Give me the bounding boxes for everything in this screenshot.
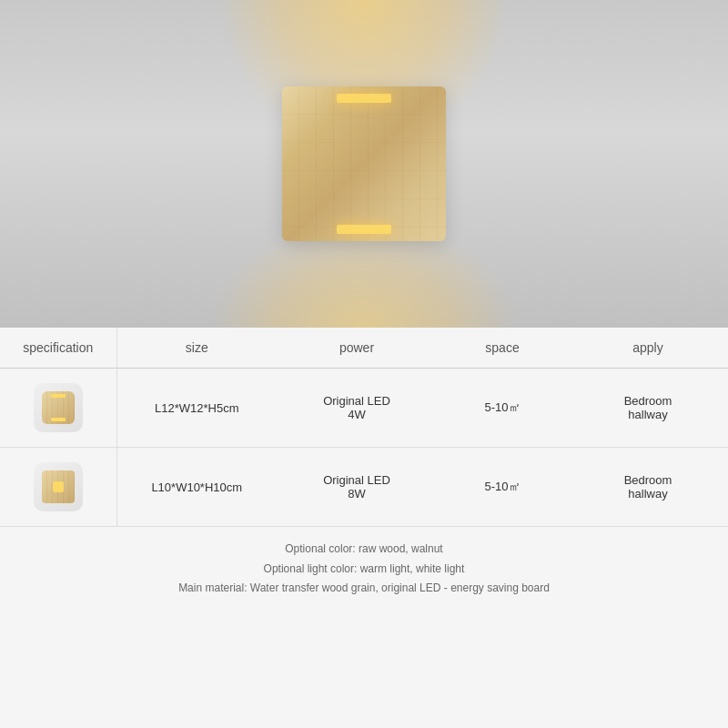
row1-apply-line1: Bedroom bbox=[624, 394, 672, 408]
footer-line2: Optional light color: warm light, white … bbox=[18, 560, 710, 580]
row1-size: L12*W12*H5cm bbox=[116, 369, 277, 448]
header-power: power bbox=[277, 328, 437, 369]
row2-power: Original LED 8W bbox=[277, 448, 437, 527]
row1-power-line2: 4W bbox=[348, 408, 366, 421]
row2-apply-line2: hallway bbox=[628, 487, 667, 500]
row2-apply-line1: Bedroom bbox=[624, 473, 672, 487]
row2-size: L10*W10*H10cm bbox=[116, 448, 277, 527]
lamp-light-slot-bottom bbox=[337, 225, 391, 234]
row2-power-line2: 8W bbox=[348, 487, 366, 500]
header-size: size bbox=[116, 328, 277, 369]
row2-power-line1: Original LED bbox=[323, 473, 390, 487]
table-header-row: specification size power space apply bbox=[0, 328, 728, 369]
mini-slot-bottom-1 bbox=[51, 418, 66, 421]
footer-notes: Optional color: raw wood, walnut Optiona… bbox=[0, 527, 728, 608]
mini-lamp-1-inner bbox=[42, 391, 75, 424]
header-space: space bbox=[437, 328, 568, 369]
lamp-light-slot-top bbox=[337, 94, 391, 103]
mini-slot-top-1 bbox=[51, 394, 66, 398]
row1-apply-line2: hallway bbox=[628, 408, 667, 421]
info-section: specification size power space apply bbox=[0, 328, 728, 728]
row2-apply: Bedroom hallway bbox=[568, 448, 728, 527]
specification-table: specification size power space apply bbox=[0, 328, 728, 527]
row1-space: 5-10㎡ bbox=[437, 369, 568, 448]
row1-spec-thumbnail bbox=[0, 369, 116, 448]
row1-power: Original LED 4W bbox=[277, 369, 437, 448]
table-row: L10*W10*H10cm Original LED 8W 5-10㎡ Bedr… bbox=[0, 448, 728, 527]
footer-line3: Main material: Water transfer wood grain… bbox=[18, 579, 710, 599]
row2-spec-thumbnail bbox=[0, 448, 116, 527]
mini-lamp-2-inner bbox=[42, 470, 75, 503]
product-image-section bbox=[0, 0, 728, 328]
row2-space: 5-10㎡ bbox=[437, 448, 568, 527]
page-container: specification size power space apply bbox=[0, 0, 728, 728]
mini-lamp-2 bbox=[34, 462, 83, 511]
row1-power-line1: Original LED bbox=[323, 394, 390, 408]
header-apply: apply bbox=[568, 328, 728, 369]
lamp-product-image bbox=[282, 86, 446, 241]
mini-slot-center-2 bbox=[53, 481, 64, 492]
row1-apply: Bedroom hallway bbox=[568, 369, 728, 448]
mini-lamp-1 bbox=[34, 383, 83, 432]
header-specification: specification bbox=[0, 328, 116, 369]
lamp-wood-texture bbox=[282, 86, 446, 241]
footer-line1: Optional color: raw wood, walnut bbox=[18, 540, 710, 560]
table-row: L12*W12*H5cm Original LED 4W 5-10㎡ Bedro… bbox=[0, 369, 728, 448]
